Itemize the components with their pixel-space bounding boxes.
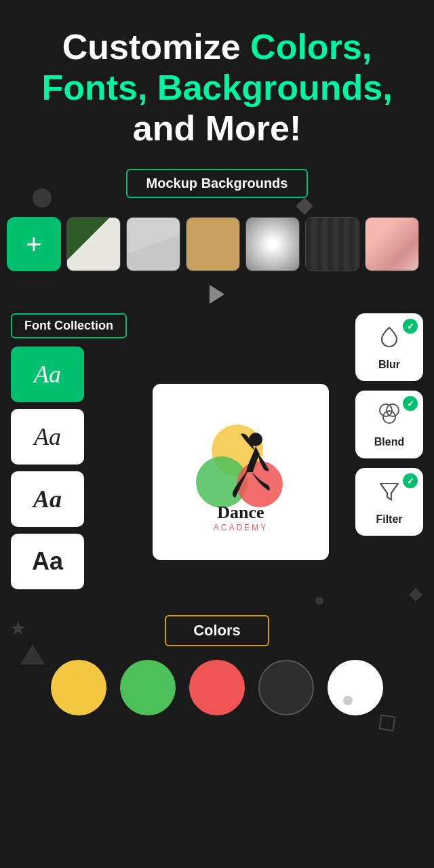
headline-text3: and More! <box>133 108 301 148</box>
mockup-backgrounds-section: Mockup Backgrounds <box>0 162 434 209</box>
colors-label-wrap: Colors <box>14 615 420 646</box>
header: Customize Colors, Fonts, Backgrounds, an… <box>0 0 434 162</box>
main-content-area: Font Collection Aa Aa Aa Aa <box>0 313 434 596</box>
play-row <box>0 285 434 304</box>
colors-label[interactable]: Colors <box>165 615 269 646</box>
svg-text:Dance: Dance <box>218 502 264 522</box>
blend-button[interactable]: ✓ Blend <box>355 391 423 458</box>
colors-section: Colors <box>0 615 434 715</box>
svg-point-8 <box>383 411 395 423</box>
headline-accent2: Fonts, Backgrounds, <box>41 68 392 107</box>
bg-thumb-4[interactable] <box>245 217 300 271</box>
filter-label: Filter <box>376 513 402 526</box>
right-panel: ✓ Blur ✓ Blend ✓ <box>355 313 423 596</box>
font-collection-label[interactable]: Font Collection <box>11 313 127 338</box>
color-swatch-white[interactable] <box>328 660 383 715</box>
bg-thumb-3[interactable] <box>186 217 240 271</box>
blur-label: Blur <box>378 359 400 371</box>
blur-check: ✓ <box>403 319 418 334</box>
blend-icon <box>376 401 402 432</box>
left-panel: Font Collection Aa Aa Aa Aa <box>11 313 127 596</box>
logo-preview-area: Dance ACADEMY <box>135 347 347 596</box>
headline-accent1: Colors, <box>250 27 372 66</box>
bg-thumb-1[interactable] <box>66 217 121 271</box>
filter-button[interactable]: ✓ Filter <box>355 468 423 536</box>
play-button[interactable] <box>210 285 224 304</box>
bg-thumb-5[interactable] <box>305 217 359 271</box>
font-item-4[interactable]: Aa <box>11 534 84 589</box>
bg-thumb-6[interactable] <box>365 217 419 271</box>
color-swatches-row <box>14 660 420 715</box>
color-swatch-yellow[interactable] <box>51 660 106 715</box>
bg-thumb-2[interactable] <box>126 217 180 271</box>
font-preview-3: Aa <box>33 485 62 513</box>
blend-label: Blend <box>374 436 404 448</box>
blend-check: ✓ <box>403 396 418 411</box>
plus-icon: + <box>26 231 41 258</box>
logo-card: Dance ACADEMY <box>153 384 329 560</box>
blur-button[interactable]: ✓ Blur <box>355 313 423 381</box>
mockup-backgrounds-label[interactable]: Mockup Backgrounds <box>126 169 309 198</box>
add-background-button[interactable]: + <box>7 217 61 271</box>
font-preview-1: Aa <box>34 360 61 389</box>
filter-icon <box>376 478 402 509</box>
logo-svg: Dance ACADEMY <box>173 404 309 540</box>
blur-icon <box>376 323 402 355</box>
font-item-3[interactable]: Aa <box>11 471 84 527</box>
background-thumbnails-row: + <box>0 217 434 271</box>
color-swatch-red[interactable] <box>189 660 245 715</box>
font-item-2[interactable]: Aa <box>11 409 84 465</box>
filter-check: ✓ <box>403 473 418 488</box>
svg-text:ACADEMY: ACADEMY <box>214 523 268 532</box>
headline-text1: Customize <box>62 27 250 66</box>
font-preview-4: Aa <box>32 547 63 576</box>
font-preview-2: Aa <box>34 422 61 451</box>
color-swatch-green[interactable] <box>120 660 176 715</box>
font-item-1[interactable]: Aa <box>11 347 84 402</box>
color-swatch-dark[interactable] <box>258 660 314 715</box>
svg-point-2 <box>237 461 283 507</box>
main-headline: Customize Colors, Fonts, Backgrounds, an… <box>20 27 414 149</box>
